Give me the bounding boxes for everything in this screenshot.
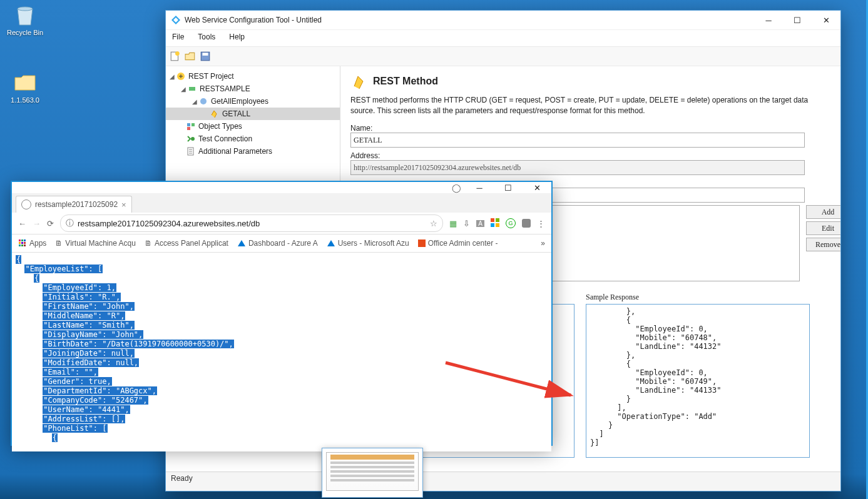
svg-rect-24 bbox=[24, 242, 26, 244]
ext-icon-4[interactable] bbox=[491, 218, 499, 229]
open-icon[interactable] bbox=[185, 51, 196, 62]
reload-button[interactable]: ⟳ bbox=[47, 219, 54, 228]
url-text: restsample20171025092304.azurewebsites.n… bbox=[78, 219, 260, 228]
tree-getallemployees[interactable]: GetAllEmployees bbox=[211, 97, 268, 106]
menu-help[interactable]: Help bbox=[227, 31, 247, 45]
svg-rect-23 bbox=[21, 242, 23, 244]
name-input[interactable] bbox=[350, 133, 805, 148]
bookmarks-bar: Apps 🗎Virtual Machine Acqu 🗎Access Panel… bbox=[12, 234, 551, 253]
ext-icon-6[interactable] bbox=[522, 219, 531, 228]
svg-point-9 bbox=[200, 98, 207, 104]
svg-rect-8 bbox=[189, 87, 195, 91]
star-icon[interactable]: ☆ bbox=[430, 219, 437, 228]
tree-test-connection[interactable]: Test Connection bbox=[198, 134, 252, 143]
tree-restsample[interactable]: RESTSAMPLE bbox=[200, 84, 250, 93]
svg-rect-17 bbox=[491, 223, 494, 227]
ext-icon-1[interactable]: ▦ bbox=[449, 219, 457, 228]
svg-rect-10 bbox=[187, 123, 190, 126]
window-title: Web Service Configuration Tool - Untitle… bbox=[185, 16, 754, 24]
svg-marker-28 bbox=[238, 240, 245, 246]
svg-rect-22 bbox=[19, 242, 21, 244]
browser-menu-icon[interactable]: ⋮ bbox=[537, 219, 545, 228]
svg-rect-12 bbox=[187, 127, 190, 130]
ext-icon-3[interactable]: A bbox=[476, 220, 484, 227]
app-icon bbox=[171, 15, 181, 25]
save-icon[interactable] bbox=[200, 51, 211, 62]
bookmark-azure-users[interactable]: Users - Microsoft Azu bbox=[327, 239, 409, 248]
menubar: File Tools Help bbox=[166, 30, 840, 46]
ext-icon-2[interactable]: ⇩ bbox=[463, 219, 470, 228]
svg-rect-25 bbox=[19, 244, 21, 246]
bookmark-azure-dashboard[interactable]: Dashboard - Azure A bbox=[237, 239, 318, 248]
recycle-bin-label: Recycle Bin bbox=[1, 29, 49, 37]
svg-rect-19 bbox=[19, 239, 21, 241]
svg-point-0 bbox=[18, 7, 33, 11]
tree-getall[interactable]: GETALL bbox=[222, 109, 250, 118]
svg-marker-29 bbox=[327, 240, 335, 246]
svg-rect-11 bbox=[191, 123, 195, 126]
edit-button[interactable]: Edit bbox=[806, 221, 840, 235]
address-input bbox=[350, 160, 805, 175]
favicon-icon bbox=[21, 199, 31, 209]
browser-minimize-button[interactable]: ─ bbox=[465, 178, 494, 197]
svg-rect-26 bbox=[21, 244, 23, 246]
browser-close-button[interactable]: ✕ bbox=[523, 178, 551, 197]
tab-title: restsample20171025092 bbox=[35, 200, 118, 209]
svg-rect-18 bbox=[496, 223, 499, 227]
close-button[interactable]: ✕ bbox=[812, 11, 840, 29]
desktop-recycle-bin[interactable]: Recycle Bin bbox=[1, 3, 49, 37]
sample-response-label: Sample Response bbox=[586, 293, 810, 302]
back-button[interactable]: ← bbox=[18, 219, 26, 228]
apps-button[interactable]: Apps bbox=[18, 239, 46, 248]
bookmark-access-panel[interactable]: 🗎Access Panel Applicat bbox=[145, 239, 228, 248]
taskbar-thumbnail[interactable] bbox=[322, 448, 423, 498]
svg-rect-6 bbox=[203, 53, 208, 56]
ext-icon-5[interactable]: G bbox=[506, 218, 516, 228]
tree-root[interactable]: REST Project bbox=[188, 72, 233, 81]
desktop-folder[interactable]: 1.1.563.0 bbox=[1, 70, 49, 104]
browser-tab[interactable]: restsample20171025092 × bbox=[16, 196, 132, 213]
toolbar bbox=[166, 46, 840, 66]
svg-rect-20 bbox=[21, 239, 23, 241]
browser-window: ◯ ─ ☐ ✕ restsample20171025092 × ← → ⟳ ⓘ … bbox=[11, 181, 553, 446]
profile-icon[interactable]: ◯ bbox=[447, 183, 465, 193]
panel-description: REST method performs the HTTP CRUD (GET … bbox=[350, 95, 828, 116]
svg-rect-21 bbox=[24, 239, 26, 241]
config-titlebar[interactable]: Web Service Configuration Tool - Untitle… bbox=[166, 11, 840, 30]
browser-content[interactable]: { "EmployeeList": [ { "EmployeeId": 1, "… bbox=[12, 253, 551, 451]
browser-maximize-button[interactable]: ☐ bbox=[494, 178, 523, 197]
bookmarks-overflow-icon[interactable]: » bbox=[541, 239, 545, 248]
browser-toolbar: ← → ⟳ ⓘ restsample20171025092304.azurewe… bbox=[12, 213, 551, 234]
add-button[interactable]: Add bbox=[806, 205, 840, 219]
tree-additional-params[interactable]: Additional Parameters bbox=[198, 147, 272, 156]
new-icon[interactable] bbox=[170, 51, 181, 62]
forward-button[interactable]: → bbox=[33, 219, 41, 228]
remove-button[interactable]: Remove bbox=[806, 238, 840, 251]
svg-rect-15 bbox=[491, 218, 494, 222]
minimize-button[interactable]: ─ bbox=[754, 11, 783, 29]
sample-response-box[interactable]: }, { "EmployeeId": 0, "Mobile": "60748",… bbox=[586, 304, 810, 458]
tab-close-icon[interactable]: × bbox=[121, 200, 126, 209]
bookmark-vm[interactable]: 🗎Virtual Machine Acqu bbox=[55, 239, 136, 248]
svg-rect-16 bbox=[496, 218, 499, 222]
svg-rect-27 bbox=[24, 244, 26, 246]
site-info-icon[interactable]: ⓘ bbox=[66, 218, 74, 229]
folder-label: 1.1.563.0 bbox=[1, 96, 49, 104]
name-label: Name: bbox=[350, 124, 828, 133]
address-label: Address: bbox=[350, 151, 828, 160]
bookmark-office-admin[interactable]: Office Admin center - bbox=[418, 239, 498, 248]
panel-heading: REST Method bbox=[350, 73, 828, 90]
address-bar[interactable]: ⓘ restsample20171025092304.azurewebsites… bbox=[60, 214, 443, 232]
svg-point-4 bbox=[175, 51, 180, 56]
svg-point-13 bbox=[191, 137, 195, 141]
tree-object-types[interactable]: Object Types bbox=[198, 122, 242, 131]
menu-tools[interactable]: Tools bbox=[195, 31, 218, 45]
maximize-button[interactable]: ☐ bbox=[783, 11, 812, 29]
menu-file[interactable]: File bbox=[170, 31, 186, 45]
status-bar: Ready bbox=[166, 471, 840, 491]
